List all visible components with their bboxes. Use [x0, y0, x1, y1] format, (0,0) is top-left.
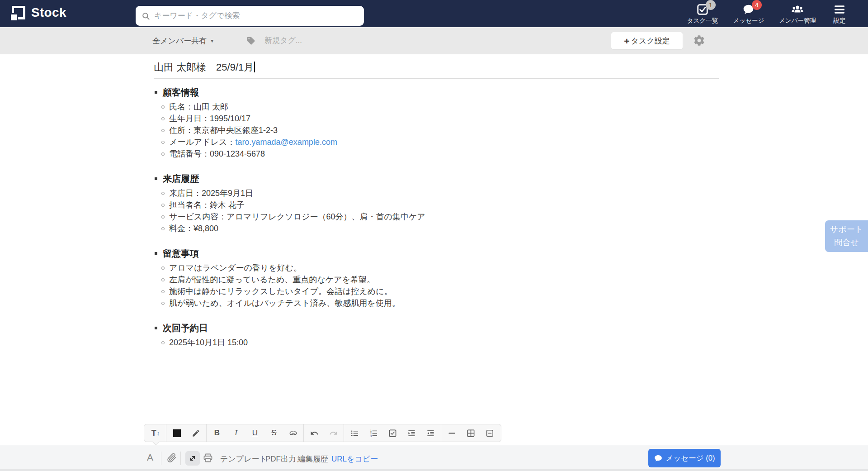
table-icon[interactable]	[461, 424, 480, 442]
expand-icon[interactable]	[185, 451, 200, 466]
circle-bullet-icon	[161, 302, 165, 305]
footer-link-pdf-export[interactable]: PDF出力	[265, 454, 296, 464]
attachment-icon[interactable]	[166, 452, 177, 465]
footer-link-copy-url[interactable]: URLをコピー	[331, 454, 378, 464]
note-line[interactable]: 左肩が慢性的に凝っているため、重点的なケアを希望。	[154, 274, 719, 285]
search-input[interactable]	[154, 11, 353, 20]
chat-bubble-icon	[654, 454, 662, 462]
app-logo[interactable]: Stock	[12, 5, 66, 20]
circle-bullet-icon	[161, 227, 165, 230]
note-line[interactable]: アロマはラベンダーの香りを好む。	[154, 262, 719, 274]
footer-link-template[interactable]: テンプレート	[220, 454, 267, 464]
italic-icon[interactable]: I	[226, 424, 245, 442]
search-icon	[142, 12, 150, 20]
svg-text:3: 3	[370, 434, 372, 437]
notification-badge: 4	[752, 0, 762, 10]
nav-item-tasks[interactable]: 1タスク一覧	[679, 0, 726, 27]
redo-icon[interactable]	[324, 424, 343, 442]
task-settings-button[interactable]: + タスク設定	[611, 32, 683, 49]
note-section: 次回予約日2025年10月1日 15:00	[154, 322, 719, 348]
note-line[interactable]: 住所：東京都中央区銀座1-2-3	[154, 124, 719, 136]
collapse-box-icon[interactable]	[480, 424, 499, 442]
nav-item-label: タスク一覧	[687, 17, 718, 25]
footer-divider	[161, 452, 161, 465]
indent-icon[interactable]	[402, 424, 421, 442]
format-toolbar: T↕BIUS123	[144, 424, 501, 442]
members-icon	[792, 3, 803, 16]
note-line[interactable]: 生年月日：1995/10/17	[154, 113, 719, 124]
note-title[interactable]: 山田 太郎様 25/9/1月	[154, 61, 255, 74]
app-logo-text: Stock	[31, 5, 66, 20]
note-section: 来店履歴来店日：2025年9月1日担当者名：鈴木 花子サービス内容：アロマリフレ…	[154, 172, 719, 234]
circle-bullet-icon	[161, 290, 165, 293]
email-link[interactable]: taro.yamada@example.com	[236, 138, 337, 147]
underline-icon[interactable]: U	[245, 424, 264, 442]
note-sections: 顧客情報氏名：山田 太郎生年月日：1995/10/17住所：東京都中央区銀座1-…	[154, 86, 719, 361]
editor-footer: A テンプレートPDF出力編集履歴URLをコピー メッセージ (0)	[0, 445, 868, 471]
section-heading[interactable]: 留意事項	[154, 247, 719, 260]
header-nav: 1タスク一覧4メッセージメンバー管理設定	[679, 0, 855, 27]
toolbar-divider	[166, 424, 166, 442]
share-scope-label: 全メンバー共有	[152, 36, 207, 46]
note-line[interactable]: 氏名：山田 太郎	[154, 101, 719, 113]
tag-icon	[246, 36, 255, 45]
support-contact-tab[interactable]: サポート 問合せ	[825, 220, 868, 252]
undo-icon[interactable]	[305, 424, 324, 442]
text-color-icon[interactable]	[167, 424, 186, 442]
text-color-a-icon[interactable]: A	[147, 452, 153, 463]
nav-item-members[interactable]: メンバー管理	[771, 0, 824, 27]
nav-item-settings[interactable]: 設定	[824, 0, 855, 27]
circle-bullet-icon	[161, 105, 165, 109]
note-line[interactable]: 施術中は静かにリラックスしたいタイプ。会話は控えめに。	[154, 285, 719, 297]
nav-item-label: メンバー管理	[779, 17, 816, 25]
gear-icon[interactable]	[693, 34, 705, 47]
circle-bullet-icon	[161, 117, 165, 120]
note-line[interactable]: 肌が弱いため、オイルはパッチテスト済み、敏感肌用を使用。	[154, 297, 719, 309]
app-header: Stock 1タスク一覧4メッセージメンバー管理設定	[0, 0, 868, 27]
print-icon[interactable]	[203, 452, 213, 465]
message-button[interactable]: メッセージ (0)	[648, 449, 721, 467]
title-divider	[154, 78, 719, 79]
circle-bullet-icon	[161, 341, 165, 344]
outdent-icon[interactable]	[421, 424, 440, 442]
nav-item-messages[interactable]: 4メッセージ	[726, 0, 771, 27]
circle-bullet-icon	[161, 129, 165, 132]
message-button-label: メッセージ (0)	[666, 453, 715, 463]
circle-bullet-icon	[161, 204, 165, 207]
section-heading[interactable]: 来店履歴	[154, 172, 719, 185]
note-line[interactable]: 2025年10月1日 15:00	[154, 337, 719, 348]
note-line[interactable]: 料金：¥8,800	[154, 223, 719, 234]
checklist-icon[interactable]	[383, 424, 402, 442]
bold-icon[interactable]: B	[208, 424, 226, 442]
note-editor[interactable]: 山田 太郎様 25/9/1月 顧客情報氏名：山田 太郎生年月日：1995/10/…	[0, 54, 868, 445]
share-scope-dropdown[interactable]: 全メンバー共有 ▼	[152, 36, 214, 46]
new-tag-input[interactable]	[264, 33, 400, 48]
toolbar-divider	[441, 424, 441, 442]
notification-badge: 1	[706, 0, 716, 10]
bullet-list-icon[interactable]	[345, 424, 364, 442]
note-line[interactable]: 来店日：2025年9月1日	[154, 187, 719, 199]
nav-item-label: 設定	[834, 17, 846, 25]
highlighter-icon[interactable]	[186, 424, 205, 442]
footer-link-edit-history[interactable]: 編集履歴	[297, 454, 328, 464]
note-line[interactable]: メールアドレス：taro.yamada@example.com	[154, 136, 719, 148]
section-heading[interactable]: 次回予約日	[154, 322, 719, 334]
font-size-icon[interactable]: T↕	[146, 424, 165, 442]
circle-bullet-icon	[161, 215, 165, 219]
numbered-list-icon[interactable]: 123	[364, 424, 383, 442]
note-toolbar: 全メンバー共有 ▼ + タスク設定	[0, 27, 868, 54]
circle-bullet-icon	[161, 152, 165, 156]
note-line[interactable]: 担当者名：鈴木 花子	[154, 199, 719, 211]
horizontal-rule-icon[interactable]	[442, 424, 461, 442]
note-section: 留意事項アロマはラベンダーの香りを好む。左肩が慢性的に凝っているため、重点的なケ…	[154, 247, 719, 309]
circle-bullet-icon	[161, 266, 165, 270]
link-icon[interactable]	[283, 424, 302, 442]
text-caret	[254, 62, 255, 72]
strikethrough-icon[interactable]: S	[264, 424, 283, 442]
square-bullet-icon	[155, 252, 157, 255]
stock-logo-icon	[12, 6, 25, 19]
nav-item-label: メッセージ	[733, 17, 764, 25]
note-line[interactable]: サービス内容：アロマリフレクソロジー（60分）、肩・首の集中ケア	[154, 211, 719, 223]
section-heading[interactable]: 顧客情報	[154, 86, 719, 99]
note-line[interactable]: 電話番号：090-1234-5678	[154, 148, 719, 160]
